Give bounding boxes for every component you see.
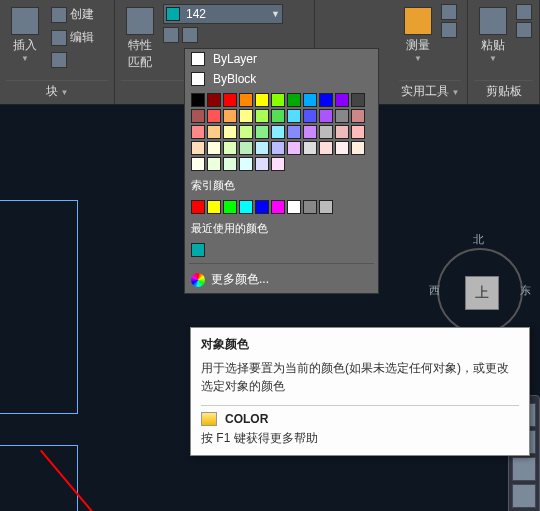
- color-swatch[interactable]: [303, 93, 317, 107]
- color-swatch[interactable]: [255, 141, 269, 155]
- color-swatch[interactable]: [191, 157, 205, 171]
- color-swatch[interactable]: [191, 200, 205, 214]
- color-bylayer[interactable]: ByLayer: [185, 49, 378, 69]
- panel-utility-label[interactable]: 实用工具▼: [399, 80, 461, 102]
- color-swatch[interactable]: [255, 109, 269, 123]
- more-colors-button[interactable]: 更多颜色...: [185, 266, 378, 293]
- edit-icon: [51, 30, 67, 46]
- insert-label: 插入: [13, 37, 37, 54]
- color-swatch[interactable]: [271, 157, 285, 171]
- copy-icon[interactable]: [516, 22, 532, 38]
- color-swatch[interactable]: [271, 93, 285, 107]
- edit-attr-button[interactable]: [48, 50, 97, 70]
- color-dropdown[interactable]: 142 ▼: [163, 4, 283, 24]
- color-wheel-icon: [191, 273, 205, 287]
- paste-button[interactable]: 粘贴 ▼: [474, 4, 512, 78]
- color-swatch[interactable]: [207, 93, 221, 107]
- insert-button[interactable]: 插入 ▼: [6, 4, 44, 78]
- command-icon: [201, 412, 217, 426]
- color-swatch[interactable]: [303, 141, 317, 155]
- color-swatch[interactable]: [255, 157, 269, 171]
- color-swatch[interactable]: [319, 109, 333, 123]
- color-swatch[interactable]: [335, 141, 349, 155]
- tooltip-help: 按 F1 键获得更多帮助: [201, 430, 519, 447]
- color-swatch[interactable]: [239, 125, 253, 139]
- color-swatch[interactable]: [223, 200, 237, 214]
- color-swatch[interactable]: [335, 125, 349, 139]
- color-swatch[interactable]: [351, 109, 365, 123]
- color-swatch[interactable]: [191, 141, 205, 155]
- color-swatch[interactable]: [319, 125, 333, 139]
- color-swatch[interactable]: [191, 125, 205, 139]
- select-icon[interactable]: [441, 22, 457, 38]
- match-props-button[interactable]: 特性 匹配: [121, 4, 159, 78]
- panel-utility: 测量 ▼ 实用工具▼: [393, 0, 468, 104]
- recent-colors: [185, 239, 378, 261]
- color-swatch[interactable]: [207, 200, 221, 214]
- current-color-value: 142: [186, 7, 271, 21]
- color-swatch[interactable]: [271, 125, 285, 139]
- color-swatch[interactable]: [207, 141, 221, 155]
- color-swatch[interactable]: [287, 200, 301, 214]
- lineweight-icon[interactable]: [163, 27, 179, 43]
- color-swatch[interactable]: [191, 93, 205, 107]
- edit-block-button[interactable]: 编辑: [48, 27, 97, 48]
- measure-button[interactable]: 测量 ▼: [399, 4, 437, 78]
- color-swatch[interactable]: [319, 200, 333, 214]
- color-swatch[interactable]: [207, 109, 221, 123]
- measure-icon: [404, 7, 432, 35]
- color-swatch[interactable]: [239, 157, 253, 171]
- color-swatch[interactable]: [271, 109, 285, 123]
- color-swatch[interactable]: [335, 109, 349, 123]
- color-swatch[interactable]: [239, 93, 253, 107]
- color-swatch[interactable]: [287, 93, 301, 107]
- color-swatch[interactable]: [351, 93, 365, 107]
- color-swatch[interactable]: [223, 157, 237, 171]
- color-swatch[interactable]: [239, 109, 253, 123]
- color-swatch[interactable]: [303, 200, 317, 214]
- color-swatch[interactable]: [287, 125, 301, 139]
- color-swatch[interactable]: [191, 109, 205, 123]
- color-swatch[interactable]: [319, 141, 333, 155]
- color-swatch[interactable]: [335, 93, 349, 107]
- color-swatch[interactable]: [271, 141, 285, 155]
- color-swatch[interactable]: [303, 125, 317, 139]
- cut-icon[interactable]: [516, 4, 532, 20]
- selection-box: [0, 200, 78, 414]
- color-swatch[interactable]: [351, 141, 365, 155]
- match-props-icon: [126, 7, 154, 35]
- color-swatch[interactable]: [239, 200, 253, 214]
- color-byblock[interactable]: ByBlock: [185, 69, 378, 89]
- nav-zoom-button[interactable]: [512, 457, 536, 481]
- color-swatch[interactable]: [255, 93, 269, 107]
- color-swatch[interactable]: [271, 200, 285, 214]
- panel-block-label[interactable]: 块▼: [6, 80, 108, 102]
- color-swatch[interactable]: [319, 93, 333, 107]
- color-swatch[interactable]: [255, 125, 269, 139]
- color-swatch[interactable]: [207, 125, 221, 139]
- panel-clip-label[interactable]: 剪贴板: [474, 80, 533, 102]
- color-swatch[interactable]: [239, 141, 253, 155]
- linetype-icon[interactable]: [182, 27, 198, 43]
- color-swatch[interactable]: [223, 125, 237, 139]
- color-swatch[interactable]: [223, 93, 237, 107]
- insert-icon: [11, 7, 39, 35]
- color-swatch[interactable]: [351, 125, 365, 139]
- color-swatch[interactable]: [303, 109, 317, 123]
- calc-icon[interactable]: [441, 4, 457, 20]
- color-swatch[interactable]: [223, 141, 237, 155]
- color-swatch[interactable]: [255, 200, 269, 214]
- create-block-button[interactable]: 创建: [48, 4, 97, 25]
- color-swatch[interactable]: [287, 109, 301, 123]
- nav-orbit-button[interactable]: [512, 484, 536, 508]
- viewcube-ring[interactable]: 上: [437, 248, 523, 334]
- color-swatch[interactable]: [287, 141, 301, 155]
- color-swatch[interactable]: [207, 157, 221, 171]
- color-swatch[interactable]: [191, 243, 205, 257]
- color-swatch[interactable]: [223, 109, 237, 123]
- bylayer-swatch: [191, 52, 205, 66]
- paste-icon: [479, 7, 507, 35]
- byblock-swatch: [191, 72, 205, 86]
- viewcube-face-top[interactable]: 上: [465, 276, 499, 310]
- recent-colors-label: 最近使用的颜色: [185, 218, 378, 239]
